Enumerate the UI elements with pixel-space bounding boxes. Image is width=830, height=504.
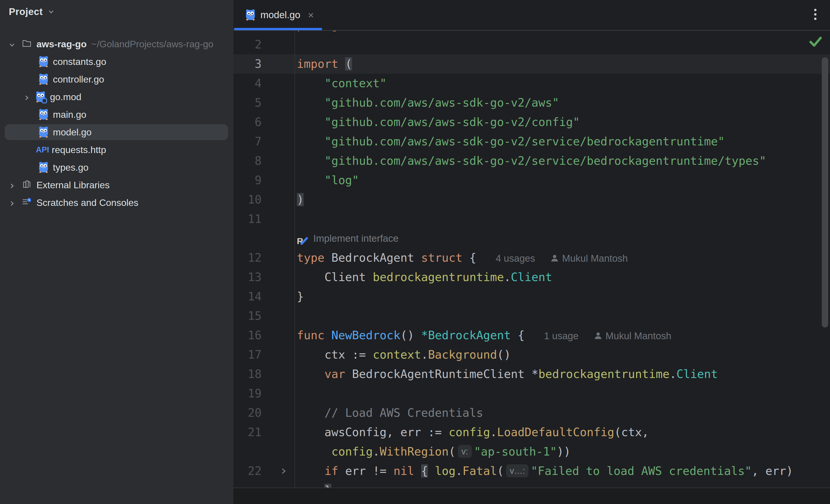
scratches-clock-icon (22, 197, 32, 208)
close-icon[interactable]: × (308, 9, 314, 21)
active-tab-underline (234, 28, 322, 30)
folder-icon (22, 38, 32, 50)
tree-item-label: controller.go (53, 74, 104, 85)
tree-item-scratches-consoles[interactable]: Scratches and Consoles (0, 194, 233, 211)
implement-interface-hint-row: R Implement interface (233, 229, 830, 248)
tree-item-external-libraries[interactable]: External Libraries (0, 176, 233, 194)
go-file-icon (38, 162, 49, 173)
code-line-21-wrap: config.WithRegion(v:"ap-south-1")) (233, 442, 830, 462)
code-line-19: 19 (233, 384, 830, 403)
chevron-down-icon[interactable] (47, 8, 55, 15)
code-line-11: 11 (233, 209, 830, 229)
tree-item-label: types.go (53, 162, 89, 173)
editor-tab-bar: model.go × (233, 0, 830, 31)
vertical-scrollbar-thumb[interactable] (822, 57, 828, 328)
line-number: 10 (233, 190, 262, 209)
code-line-9: 9 "log" (233, 171, 830, 190)
fold-arrow-icon[interactable] (280, 481, 292, 488)
go-file-icon (38, 126, 49, 138)
line-number: 6 (233, 112, 262, 132)
tree-item-types-go[interactable]: types.go (0, 159, 233, 176)
code-line-6: 6 "github.com/aws/aws-sdk-go-v2/config" (233, 112, 830, 132)
go-file-icon (38, 109, 49, 121)
line-number: 5 (233, 93, 262, 112)
parameter-inlay-hint[interactable]: v…: (506, 464, 529, 477)
tree-item-model-go-selected[interactable]: model.go (0, 123, 233, 141)
line-number: 16 (233, 326, 262, 345)
project-tool-window: Project aws-rag-go ~/GolandProjects/aws-… (0, 0, 233, 504)
code-line-3: 3 import ( (233, 54, 830, 74)
author-hint[interactable]: Mukul Mantosh (550, 253, 628, 264)
usages-hint[interactable]: 1 usage (544, 330, 578, 341)
parameter-inlay-hint[interactable]: v: (458, 445, 472, 458)
tree-item-label: requests.http (52, 144, 106, 155)
tree-item-requests-http[interactable]: API requests.http (0, 141, 233, 159)
line-number: 17 (233, 345, 262, 365)
tree-item-label: model.go (53, 127, 92, 138)
line-number: 20 (233, 403, 262, 423)
tree-item-label: main.go (53, 109, 87, 120)
tree-item-label: aws-rag-go (36, 39, 87, 49)
tree-item-label: Scratches and Consoles (36, 197, 138, 208)
code-line-22: 22 if err != nil { log.Fatal(v…:"Failed … (233, 462, 830, 481)
hint-label: Implement interface (313, 229, 398, 248)
code-line-16: 16 func NewBedrock() *BedrockAgent {1 us… (233, 326, 830, 345)
tree-item-label: External Libraries (36, 180, 109, 191)
chevron-right-icon[interactable] (8, 181, 16, 189)
tree-item-project-root[interactable]: aws-rag-go ~/GolandProjects/aws-rag-go (0, 35, 233, 53)
project-panel-header[interactable]: Project (0, 0, 233, 24)
tree-item-label: constants.go (53, 56, 106, 67)
person-icon (594, 327, 603, 336)
line-number: 4 (233, 74, 262, 93)
line-number-active: 3 (233, 54, 262, 74)
chevron-down-icon[interactable] (8, 40, 16, 48)
person-icon (550, 250, 559, 259)
code-line-23-partial: } (233, 481, 830, 488)
libraries-icon (22, 179, 32, 191)
line-number: 22 (233, 462, 262, 481)
line-number: 18 (233, 365, 262, 384)
tree-item-main-go[interactable]: main.go (0, 106, 233, 123)
line-number: 21 (233, 423, 262, 442)
code-line-5: 5 "github.com/aws/aws-sdk-go-v2/aws" (233, 93, 830, 112)
line-number: 9 (233, 171, 262, 190)
tree-item-path: ~/GolandProjects/aws-rag-go (91, 39, 213, 49)
inspections-ok-check-icon[interactable] (809, 35, 822, 48)
chevron-right-icon[interactable] (23, 93, 31, 101)
tree-item-go-mod[interactable]: go.mod (0, 88, 233, 106)
line-number: 13 (233, 268, 262, 287)
line-number: 7 (233, 132, 262, 151)
line-number: 19 (233, 384, 262, 403)
code-line-17: 17 ctx := context.Background() (233, 345, 830, 365)
tree-item-controller-go[interactable]: controller.go (0, 70, 233, 88)
code-line-15: 15 (233, 306, 830, 326)
editor-area[interactable]: 1 package main 2 3 import ( 4 "context" … (233, 0, 830, 488)
http-api-icon: API (36, 145, 51, 155)
tab-model-go[interactable]: model.go × (234, 0, 322, 30)
code-line-20: 20 // Load AWS Credentials (233, 403, 830, 423)
tab-label: model.go (260, 9, 300, 21)
usages-hint[interactable]: 4 usages (496, 253, 535, 264)
fold-arrow-icon[interactable] (280, 462, 292, 481)
code-line-21: 21 awsConfig, err := config.LoadDefaultC… (233, 423, 830, 442)
line-number: 8 (233, 151, 262, 171)
code-line-2: 2 (233, 35, 830, 54)
line-number: 2 (233, 35, 262, 54)
go-file-icon (245, 9, 256, 21)
code-line-10: 10 ) (233, 190, 830, 209)
author-hint[interactable]: Mukul Mantosh (594, 330, 671, 341)
go-file-icon (38, 56, 49, 68)
line-number: 14 (233, 287, 262, 306)
line-number: 11 (233, 209, 262, 229)
code-line-12: 12 type BedrockAgent struct {4 usagesMuk… (233, 248, 830, 268)
tree-item-label: go.mod (50, 92, 82, 102)
project-panel-title: Project (9, 6, 43, 17)
implement-method-icon: R (297, 232, 310, 245)
code-line-8: 8 "github.com/aws/aws-sdk-go-v2/service/… (233, 151, 830, 171)
more-options-kebab-icon[interactable] (813, 9, 817, 23)
implement-interface-hint[interactable]: R Implement interface (297, 229, 398, 248)
tree-item-constants-go[interactable]: constants.go (0, 53, 233, 70)
chevron-right-icon[interactable] (8, 199, 16, 206)
line-number: 15 (233, 306, 262, 326)
line-number: 12 (233, 248, 262, 268)
